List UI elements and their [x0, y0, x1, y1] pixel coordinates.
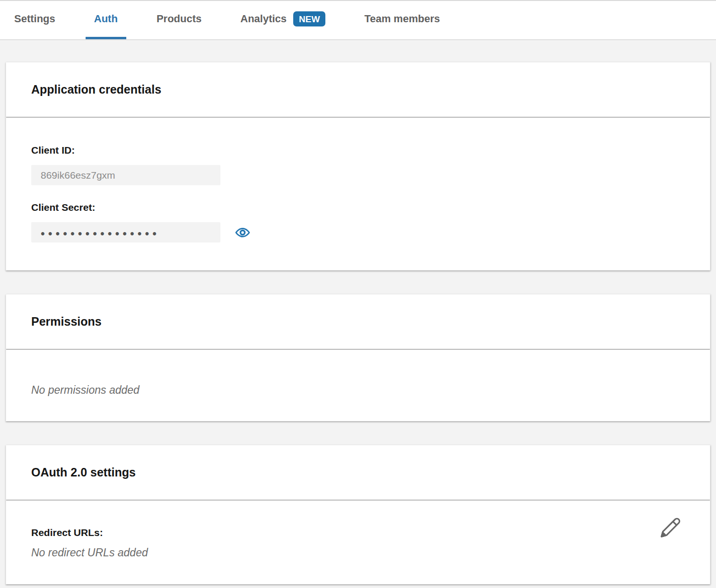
tab-products[interactable]: Products	[148, 1, 210, 39]
pencil-icon	[660, 517, 681, 538]
oauth-settings-card: OAuth 2.0 settings Redirect URLs: No red…	[6, 445, 710, 584]
application-credentials-header: Application credentials	[6, 62, 710, 118]
redirect-urls-section: Redirect URLs: No redirect URLs added	[31, 527, 148, 559]
eye-icon	[235, 225, 250, 240]
permissions-title: Permissions	[31, 315, 102, 329]
client-id-field: Client ID:	[31, 145, 685, 185]
redirect-urls-label: Redirect URLs:	[31, 527, 148, 538]
new-badge: NEW	[293, 11, 325, 26]
application-credentials-card: Application credentials Client ID: Clien…	[6, 62, 710, 270]
tab-settings[interactable]: Settings	[6, 1, 64, 39]
no-permissions-text: No permissions added	[31, 384, 140, 396]
tab-auth-label: Auth	[94, 13, 118, 25]
tab-products-label: Products	[157, 13, 201, 25]
tab-team-members-label: Team members	[364, 13, 440, 25]
tab-auth[interactable]: Auth	[86, 1, 126, 39]
tab-analytics-label: Analytics	[240, 13, 287, 25]
client-id-label: Client ID:	[31, 145, 685, 156]
client-secret-field: Client Secret:	[31, 202, 685, 242]
tab-settings-label: Settings	[14, 13, 55, 25]
tab-team-members[interactable]: Team members	[356, 1, 448, 39]
client-id-input[interactable]	[31, 165, 220, 185]
oauth-settings-title: OAuth 2.0 settings	[31, 466, 136, 479]
edit-redirect-urls-button[interactable]	[660, 517, 681, 538]
tab-analytics[interactable]: Analytics NEW	[232, 1, 334, 39]
client-secret-input[interactable]	[31, 222, 220, 242]
oauth-settings-header: OAuth 2.0 settings	[6, 445, 710, 501]
no-redirect-urls-text: No redirect URLs added	[31, 546, 148, 559]
permissions-header: Permissions	[6, 294, 710, 350]
client-secret-label: Client Secret:	[31, 202, 685, 213]
reveal-secret-button[interactable]	[235, 225, 250, 240]
application-credentials-title: Application credentials	[31, 83, 161, 96]
permissions-card: Permissions No permissions added	[6, 294, 710, 421]
tab-bar: Settings Auth Products Analytics NEW Tea…	[0, 0, 716, 40]
